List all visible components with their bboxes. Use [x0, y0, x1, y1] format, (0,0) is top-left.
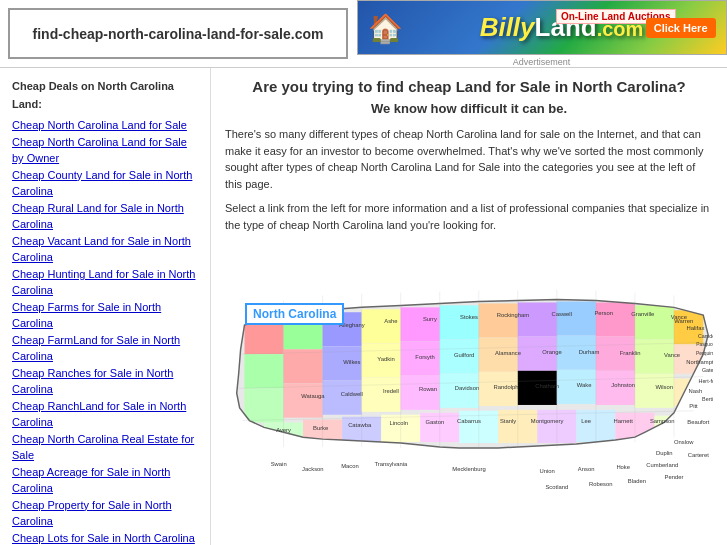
svg-rect-26 — [284, 383, 323, 417]
svg-text:Wake: Wake — [577, 382, 592, 388]
svg-text:Stanly: Stanly — [500, 418, 516, 424]
url-display: find-cheap-north-carolina-land-for-sale.… — [8, 8, 348, 59]
svg-text:Union: Union — [539, 468, 554, 474]
sidebar-link-12[interactable]: Cheap Property for Sale in North Carolin… — [12, 497, 198, 530]
svg-text:Swain: Swain — [271, 461, 287, 467]
svg-text:Burke: Burke — [313, 425, 328, 431]
svg-text:Surry: Surry — [423, 316, 437, 322]
sidebar-link-10[interactable]: Cheap North Carolina Real Estate for Sal… — [12, 431, 198, 464]
ad-banner[interactable]: On-Line Land Auctions 🏠 BillyLand.com Cl… — [356, 0, 727, 67]
svg-text:Guilford: Guilford — [454, 352, 474, 358]
svg-text:Lee: Lee — [581, 418, 591, 424]
svg-text:Caldwell: Caldwell — [341, 391, 363, 397]
svg-rect-13 — [245, 354, 284, 388]
svg-text:Hoke: Hoke — [616, 464, 630, 470]
svg-text:Carteret: Carteret — [688, 452, 709, 458]
svg-rect-14 — [284, 349, 323, 383]
sidebar-link-3[interactable]: Cheap Rural Land for Sale in North Carol… — [12, 200, 198, 233]
svg-text:Duplin: Duplin — [656, 450, 673, 456]
svg-rect-6 — [440, 305, 479, 339]
svg-text:Watauga: Watauga — [301, 393, 325, 399]
svg-rect-35 — [635, 374, 674, 408]
svg-rect-29 — [401, 376, 440, 410]
svg-text:Randolph: Randolph — [494, 384, 519, 390]
svg-rect-8 — [518, 302, 557, 336]
svg-text:Forsyth: Forsyth — [415, 354, 434, 360]
svg-text:Pasquotank: Pasquotank — [696, 342, 713, 347]
svg-text:Franklin: Franklin — [620, 350, 641, 356]
svg-text:Person: Person — [594, 310, 613, 316]
svg-text:Anson: Anson — [578, 466, 595, 472]
svg-text:Perquimans: Perquimans — [696, 351, 713, 356]
sidebar-link-1[interactable]: Cheap North Carolina Land for Sale by Ow… — [12, 134, 198, 167]
svg-text:Transylvania: Transylvania — [374, 461, 408, 467]
svg-text:Gaston: Gaston — [425, 419, 444, 425]
url-text: find-cheap-north-carolina-land-for-sale.… — [33, 26, 324, 42]
svg-text:Mecklenburg: Mecklenburg — [452, 466, 485, 472]
nc-map-container: North Carolina — [225, 243, 713, 545]
main-layout: Cheap Deals on North Carolina Land: Chea… — [0, 68, 727, 545]
sidebar: Cheap Deals on North Carolina Land: Chea… — [0, 68, 210, 545]
nc-map-label[interactable]: North Carolina — [245, 303, 344, 325]
svg-text:Scotland: Scotland — [545, 484, 568, 490]
svg-rect-25 — [245, 388, 284, 422]
svg-text:Yadkin: Yadkin — [377, 356, 394, 362]
page-header: find-cheap-north-carolina-land-for-sale.… — [0, 0, 727, 68]
svg-text:Caswell: Caswell — [551, 311, 571, 317]
billyland-ad[interactable]: On-Line Land Auctions 🏠 BillyLand.com Cl… — [357, 0, 727, 55]
svg-text:Bladen: Bladen — [628, 478, 646, 484]
svg-text:Halifax: Halifax — [686, 325, 704, 331]
svg-text:Granville: Granville — [631, 311, 654, 317]
sidebar-link-6[interactable]: Cheap Farms for Sale in North Carolina — [12, 299, 198, 332]
sidebar-link-11[interactable]: Cheap Acreage for Sale in North Carolina — [12, 464, 198, 497]
content-para-2: Select a link from the left for more inf… — [225, 200, 713, 233]
svg-text:Orange: Orange — [542, 349, 562, 355]
svg-text:Rowan: Rowan — [419, 386, 437, 392]
svg-text:Chatham: Chatham — [535, 383, 559, 389]
svg-text:Lincoln: Lincoln — [389, 420, 408, 426]
svg-rect-4 — [362, 309, 401, 343]
sidebar-link-5[interactable]: Cheap Hunting Land for Sale in North Car… — [12, 266, 198, 299]
svg-text:Wilson: Wilson — [655, 384, 673, 390]
nc-map-svg: Alleghany Ashe Surry Stokes Rockingham C… — [225, 243, 713, 545]
svg-text:Pender: Pender — [665, 474, 684, 480]
svg-rect-1 — [245, 320, 284, 354]
svg-text:Catawba: Catawba — [348, 422, 372, 428]
sidebar-link-13[interactable]: Cheap Lots for Sale in North Carolina — [12, 530, 198, 545]
svg-text:Alamance: Alamance — [495, 350, 521, 356]
sidebar-link-9[interactable]: Cheap RanchLand for Sale in North Caroli… — [12, 398, 198, 431]
svg-rect-28 — [362, 378, 401, 412]
svg-text:Durham: Durham — [579, 349, 600, 355]
svg-text:Onslow: Onslow — [674, 439, 694, 445]
svg-text:Harnett: Harnett — [614, 418, 634, 424]
svg-text:Iredell: Iredell — [383, 388, 399, 394]
sub-heading: We know how difficult it can be. — [225, 101, 713, 116]
svg-text:Beaufort: Beaufort — [687, 419, 709, 425]
svg-text:Warren: Warren — [674, 318, 693, 324]
house-icon: 🏠 — [368, 11, 403, 44]
svg-text:Nash: Nash — [689, 388, 703, 394]
svg-text:Cabarrus: Cabarrus — [457, 418, 481, 424]
click-here-button[interactable]: Click Here — [646, 18, 716, 38]
sidebar-section-deals: Cheap Deals on North Carolina Land: Chea… — [12, 78, 198, 545]
sidebar-link-0[interactable]: Cheap North Carolina Land for Sale — [12, 117, 198, 134]
svg-text:Rockingham: Rockingham — [497, 312, 530, 318]
sidebar-link-4[interactable]: Cheap Vacant Land for Sale in North Caro… — [12, 233, 198, 266]
svg-text:Vance: Vance — [664, 352, 680, 358]
content-area: Are you trying to find cheap Land for Sa… — [210, 68, 727, 545]
sidebar-section-deals-title: Cheap Deals on North Carolina Land: — [12, 78, 198, 113]
sidebar-link-2[interactable]: Cheap County Land for Sale in North Caro… — [12, 167, 198, 200]
sidebar-link-8[interactable]: Cheap Ranches for Sale in North Carolina — [12, 365, 198, 398]
svg-text:Johnston: Johnston — [611, 382, 635, 388]
svg-text:Camden: Camden — [698, 333, 713, 339]
svg-text:Jackson: Jackson — [302, 466, 323, 472]
svg-text:Davidson: Davidson — [455, 385, 479, 391]
advertisement-label: Advertisement — [513, 57, 571, 67]
sidebar-link-7[interactable]: Cheap FarmLand for Sale in North Carolin… — [12, 332, 198, 365]
svg-text:Cumberland: Cumberland — [646, 462, 678, 468]
svg-rect-10 — [596, 302, 635, 336]
svg-text:Hert-ford: Hert-ford — [699, 378, 713, 384]
svg-rect-5 — [401, 307, 440, 341]
svg-text:Wilkes: Wilkes — [343, 359, 360, 365]
svg-text:Northampton: Northampton — [686, 359, 713, 365]
